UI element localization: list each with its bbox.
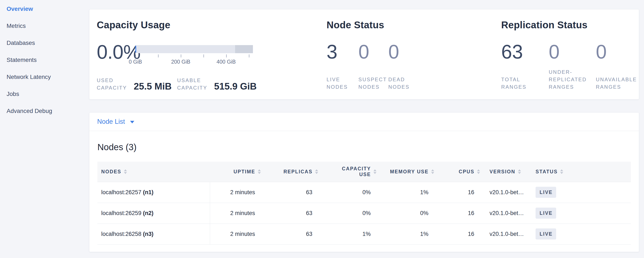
capacity-use-cell: 1% <box>318 223 376 244</box>
sidebar-item-network-latency[interactable]: Network Latency <box>0 68 87 85</box>
column-header-cpus[interactable]: CPUS <box>434 162 480 182</box>
sidebar-item-advanced-debug[interactable]: Advanced Debug <box>0 102 87 119</box>
suspect-nodes-label: SUSPECT NODES <box>358 76 388 91</box>
capacity-use-cell: 0% <box>318 203 376 223</box>
status-badge: LIVE <box>536 228 556 239</box>
sort-icon[interactable] <box>124 169 127 174</box>
version-cell: v20.1.0-bet… <box>480 182 528 203</box>
replicas-cell: 63 <box>261 223 318 244</box>
node-list-card: Node List Nodes (3) NODES UPTIME <box>89 112 639 252</box>
suspect-nodes-count: 0 <box>358 41 388 63</box>
node-id: (n2) <box>143 210 154 216</box>
live-nodes-label: LIVE NODES <box>326 76 358 91</box>
cpus-cell: 16 <box>434 223 480 244</box>
usable-capacity-value: 515.9 GiB <box>214 82 257 91</box>
version-cell: v20.1.0-bet… <box>480 203 528 223</box>
usable-capacity-stat: USABLE CAPACITY 515.9 GiB <box>177 77 257 91</box>
dead-nodes-stat: 0 DEAD NODES <box>388 41 410 91</box>
axis-label-400gib: 400 GiB <box>217 59 236 65</box>
unavailable-ranges-label: UNAVAILABLE RANGES <box>596 76 637 91</box>
total-ranges-label: TOTAL RANGES <box>501 76 549 91</box>
under-replicated-ranges-count: 0 <box>549 41 596 63</box>
column-header-capacity-use[interactable]: CAPACITY USE <box>318 162 376 182</box>
sidebar-item-databases[interactable]: Databases <box>0 35 87 51</box>
dead-nodes-count: 0 <box>388 41 410 63</box>
capacity-axis-labels: 0 GiB 200 GiB 400 GiB <box>136 59 253 65</box>
capacity-use-cell: 0% <box>318 182 376 203</box>
uptime-cell: 2 minutes <box>210 223 261 244</box>
capacity-usage-title: Capacity Usage <box>97 19 326 31</box>
unavailable-ranges-count: 0 <box>596 41 637 63</box>
usable-capacity-label: USABLE CAPACITY <box>177 77 207 91</box>
cpus-cell: 16 <box>434 203 480 223</box>
table-row: localhost:26259 (n2) 2 minutes 63 0% 0% … <box>98 203 631 223</box>
memory-use-cell: 0% <box>376 203 434 223</box>
under-replicated-ranges-label: UNDER- REPLICATED RANGES <box>549 68 596 91</box>
uptime-cell: 2 minutes <box>210 203 261 223</box>
sidebar-item-overview[interactable]: Overview <box>0 1 87 18</box>
column-header-status[interactable]: STATUS <box>528 162 631 182</box>
sort-icon[interactable] <box>560 169 563 174</box>
status-badge: LIVE <box>536 187 556 198</box>
node-address-cell[interactable]: localhost:26259 (n2) <box>98 203 210 223</box>
column-header-nodes[interactable]: NODES <box>98 162 210 182</box>
sort-icon[interactable] <box>431 169 434 174</box>
sort-icon[interactable] <box>374 169 376 174</box>
node-id: (n1) <box>143 189 154 195</box>
cpus-cell: 16 <box>434 182 480 203</box>
column-header-memory-use[interactable]: MEMORY USE <box>376 162 434 182</box>
status-cell: LIVE <box>528 223 631 244</box>
node-address-cell[interactable]: localhost:26258 (n3) <box>98 223 210 244</box>
capacity-bar-nonusable-segment <box>235 45 253 53</box>
column-header-uptime[interactable]: UPTIME <box>210 162 261 182</box>
node-list-dropdown-label: Node List <box>97 118 125 125</box>
cluster-overview-card: Capacity Usage 0.0% 0 GiB 200 <box>89 9 639 99</box>
nodes-table-title: Nodes (3) <box>98 142 631 152</box>
memory-use-cell: 1% <box>376 182 434 203</box>
sidebar-item-statements[interactable]: Statements <box>0 51 87 68</box>
replication-status-section: Replication Status 63 TOTAL RANGES 0 UND… <box>501 9 639 99</box>
used-capacity-value: 25.5 MiB <box>134 82 172 91</box>
dead-nodes-label: DEAD NODES <box>388 76 410 91</box>
chevron-down-icon <box>130 121 134 123</box>
capacity-axis-ticks <box>136 54 253 58</box>
column-header-version[interactable]: VERSION <box>480 162 528 182</box>
replicas-cell: 63 <box>261 203 318 223</box>
sidebar-item-jobs[interactable]: Jobs <box>0 85 87 102</box>
status-badge: LIVE <box>536 208 556 219</box>
column-header-replicas[interactable]: REPLICAS <box>261 162 318 182</box>
capacity-bar <box>136 45 253 53</box>
capacity-bar-chart: 0 GiB 200 GiB 400 GiB <box>136 45 253 66</box>
sort-icon[interactable] <box>518 169 521 174</box>
table-row: localhost:26257 (n1) 2 minutes 63 0% 1% … <box>98 182 631 203</box>
sidebar-item-metrics[interactable]: Metrics <box>0 18 87 35</box>
total-ranges-stat: 63 TOTAL RANGES <box>501 41 549 91</box>
node-list-dropdown-bar: Node List <box>89 112 639 131</box>
nodes-table-header-row: NODES UPTIME REPLICAS CAPACITY USE <box>98 162 631 182</box>
live-nodes-stat: 3 LIVE NODES <box>326 41 358 91</box>
replication-status-title: Replication Status <box>501 19 639 31</box>
node-status-title: Node Status <box>326 19 501 31</box>
sort-icon[interactable] <box>315 169 318 174</box>
replicas-cell: 63 <box>261 182 318 203</box>
sort-icon[interactable] <box>258 169 261 174</box>
sort-icon[interactable] <box>477 169 480 174</box>
status-cell: LIVE <box>528 203 631 223</box>
node-status-section: Node Status 3 LIVE NODES 0 SUSPECT NODES… <box>326 9 501 99</box>
version-cell: v20.1.0-bet… <box>480 223 528 244</box>
status-cell: LIVE <box>528 182 631 203</box>
node-id: (n3) <box>143 231 154 237</box>
table-row: localhost:26258 (n3) 2 minutes 63 1% 1% … <box>98 223 631 244</box>
live-nodes-count: 3 <box>326 41 358 63</box>
suspect-nodes-stat: 0 SUSPECT NODES <box>358 41 388 91</box>
total-ranges-count: 63 <box>501 41 549 63</box>
node-list-dropdown[interactable]: Node List <box>97 118 134 125</box>
used-capacity-label: USED CAPACITY <box>97 77 127 91</box>
axis-label-200gib: 200 GiB <box>171 59 190 65</box>
nodes-table: NODES UPTIME REPLICAS CAPACITY USE <box>98 162 631 245</box>
used-capacity-stat: USED CAPACITY 25.5 MiB <box>97 77 172 91</box>
capacity-usage-section: Capacity Usage 0.0% 0 GiB 200 <box>89 9 326 99</box>
node-address-cell[interactable]: localhost:26257 (n1) <box>98 182 210 203</box>
under-replicated-ranges-stat: 0 UNDER- REPLICATED RANGES <box>549 41 596 91</box>
axis-label-0gib: 0 GiB <box>129 59 142 65</box>
